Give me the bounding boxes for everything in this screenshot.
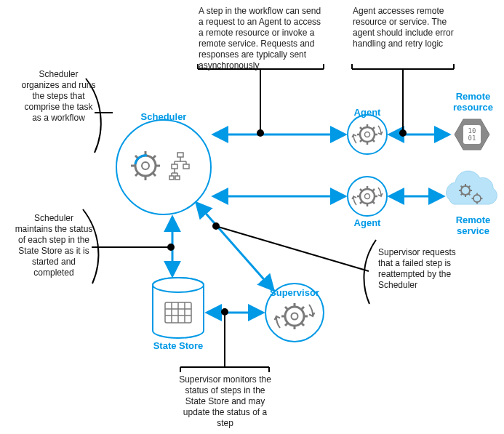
svg-point-36	[292, 313, 298, 320]
svg-line-77	[197, 204, 273, 289]
remote-service-title: Remote service	[446, 214, 500, 236]
svg-text:01: 01	[468, 134, 476, 142]
state-store-node	[153, 278, 204, 338]
agent-top-title: Agent	[353, 107, 382, 118]
scheduler-title: Scheduler	[135, 111, 193, 122]
svg-point-97	[222, 309, 228, 315]
agent-bottom-title: Agent	[353, 217, 382, 228]
table-icon	[165, 302, 191, 323]
annotation-supervisor-monitors: Supervisor monitors the status of steps …	[176, 374, 274, 429]
svg-point-16	[365, 132, 370, 137]
annotation-scheduler-workflow: Scheduler organizes and runs the steps t…	[20, 69, 97, 124]
svg-point-26	[365, 194, 370, 199]
svg-line-91	[218, 227, 369, 271]
annotation-agent-access: Agent accesses remote resource or servic…	[353, 6, 458, 49]
diagram-canvas: 10 01	[0, 0, 504, 434]
annotation-scheduler-maintains: Scheduler maintains the status of each s…	[15, 213, 93, 278]
svg-point-92	[213, 223, 219, 229]
svg-point-46	[153, 278, 204, 292]
svg-point-9	[142, 162, 149, 169]
svg-point-83	[257, 130, 263, 136]
annotation-supervisor-requests: Supervisor requests that a failed step i…	[378, 247, 464, 291]
gear-icon	[131, 151, 160, 180]
remote-service-node	[447, 171, 497, 204]
annotation-step-request: A step in the workflow can send a reques…	[199, 6, 326, 71]
svg-text:10: 10	[468, 127, 476, 134]
remote-resource-node: 10 01	[455, 119, 489, 150]
scheduler-node	[116, 120, 211, 214]
svg-point-90	[168, 244, 174, 250]
remote-resource-title: Remote resource	[446, 91, 500, 113]
svg-point-88	[400, 130, 406, 136]
state-store-title: State Store	[153, 340, 204, 351]
supervisor-title: Supervisor	[269, 287, 320, 298]
